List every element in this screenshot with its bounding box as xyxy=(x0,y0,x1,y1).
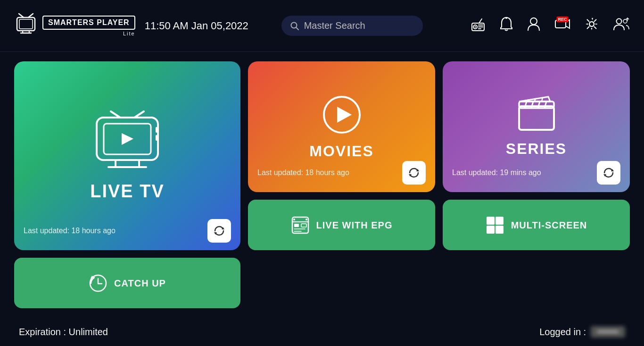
settings-icon[interactable] xyxy=(585,17,599,34)
series-card[interactable]: SERIES Last updated: 19 mins ago xyxy=(443,61,630,192)
multiuser-icon[interactable] xyxy=(613,17,630,34)
search-bar[interactable]: Master Search xyxy=(281,16,423,36)
movies-title: MOVIES xyxy=(309,143,373,160)
series-title: SERIES xyxy=(506,140,567,158)
series-clapper-icon xyxy=(515,96,558,134)
svg-point-22 xyxy=(617,19,622,24)
logged-in-label: Logged in : xyxy=(539,327,586,338)
footer: Expiration : Unlimited Logged in : •••••… xyxy=(0,318,644,346)
multi-screen-card[interactable]: MULTI-SCREEN xyxy=(443,200,630,250)
svg-marker-29 xyxy=(122,133,133,145)
svg-rect-63 xyxy=(495,226,504,234)
svg-point-10 xyxy=(475,26,476,28)
header: SMARTERS PLAYER Lite 11:50 AM Jan 05,202… xyxy=(0,0,644,52)
svg-marker-38 xyxy=(337,107,352,123)
svg-point-16 xyxy=(505,17,507,19)
logo-main-text: SMARTERS PLAYER xyxy=(48,18,130,27)
notification-icon[interactable] xyxy=(500,17,513,35)
live-tv-refresh-button[interactable] xyxy=(207,219,231,243)
main-grid: LIVE TV Last updated: 18 hours ago MOVIE… xyxy=(0,52,644,318)
svg-point-23 xyxy=(623,19,627,23)
live-tv-footer: Last updated: 18 hours ago xyxy=(24,219,231,243)
svg-line-7 xyxy=(296,27,298,30)
profile-icon[interactable] xyxy=(527,17,540,35)
svg-point-59 xyxy=(305,219,307,220)
catchup-icon xyxy=(89,274,107,293)
svg-rect-62 xyxy=(487,226,495,234)
movies-refresh-button[interactable] xyxy=(402,161,426,185)
epg-icon xyxy=(291,216,310,235)
live-with-epg-card[interactable]: LIVE WITH EPG xyxy=(248,200,435,250)
logo-tv-icon xyxy=(14,13,38,39)
live-tv-update-text: Last updated: 18 hours ago xyxy=(24,227,116,235)
radio-icon[interactable] xyxy=(471,17,486,35)
svg-rect-54 xyxy=(294,224,299,227)
record-icon[interactable]: REC xyxy=(554,17,570,34)
svg-rect-41 xyxy=(519,106,554,130)
logo-area: SMARTERS PLAYER Lite xyxy=(14,13,135,39)
svg-rect-55 xyxy=(301,224,306,227)
logo-text: SMARTERS PLAYER Lite xyxy=(42,16,135,36)
movies-card[interactable]: MOVIES Last updated: 18 hours ago xyxy=(248,61,435,192)
live-tv-icon xyxy=(90,110,165,172)
series-update-text: Last updated: 19 mins ago xyxy=(452,169,541,177)
svg-rect-60 xyxy=(487,217,495,225)
svg-rect-31 xyxy=(156,135,158,141)
multi-screen-title: MULTI-SCREEN xyxy=(511,219,587,231)
multiscreen-icon xyxy=(486,216,504,235)
expiration-text: Expiration : Unlimited xyxy=(19,327,108,338)
live-tv-title: LIVE TV xyxy=(90,181,165,202)
svg-rect-61 xyxy=(495,217,504,225)
movies-footer: Last updated: 18 hours ago xyxy=(257,161,426,185)
rec-badge: REC xyxy=(556,17,568,22)
svg-point-58 xyxy=(293,219,295,220)
live-with-epg-title: LIVE WITH EPG xyxy=(316,219,393,231)
search-placeholder-text: Master Search xyxy=(304,20,365,31)
movies-update-text: Last updated: 18 hours ago xyxy=(257,169,349,177)
svg-point-17 xyxy=(530,18,537,25)
logged-in-area: Logged in : •••••••• xyxy=(539,326,625,338)
live-tv-card[interactable]: LIVE TV Last updated: 18 hours ago xyxy=(14,61,240,250)
svg-point-21 xyxy=(589,22,594,26)
logo-sub-text: Lite xyxy=(42,31,135,36)
logged-in-user: •••••••• xyxy=(591,326,625,338)
header-icons: REC xyxy=(471,17,630,35)
catch-up-card[interactable]: CATCH UP xyxy=(14,258,240,308)
svg-line-14 xyxy=(479,19,482,23)
svg-rect-3 xyxy=(19,19,33,29)
series-refresh-button[interactable] xyxy=(597,161,620,185)
movies-play-icon xyxy=(321,93,363,136)
datetime-display: 11:50 AM Jan 05,2022 xyxy=(145,20,267,32)
catch-up-title: CATCH UP xyxy=(114,278,166,289)
series-footer: Last updated: 19 mins ago xyxy=(452,161,620,185)
svg-rect-30 xyxy=(156,127,158,133)
search-icon xyxy=(290,21,299,31)
